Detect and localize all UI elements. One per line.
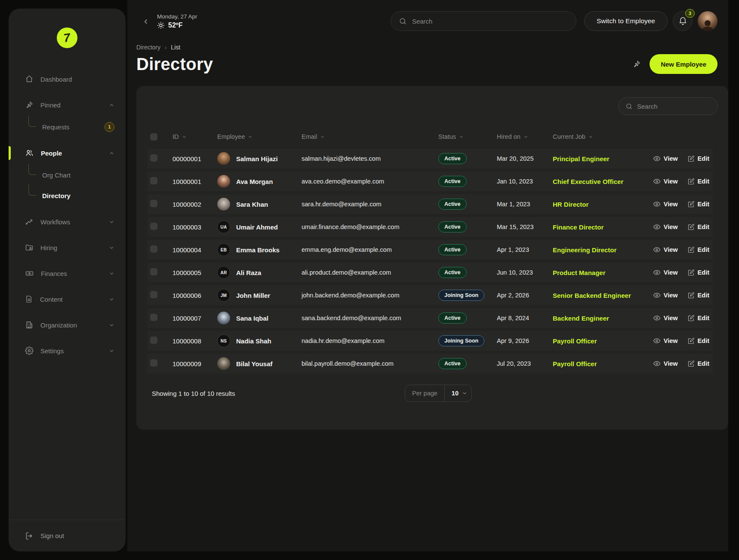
status-badge: Joining Soon [438, 335, 484, 346]
view-button[interactable]: View [653, 223, 678, 231]
table-row[interactable]: 10000008 NS Nadia Shah nadia.hr.demo@exa… [148, 331, 713, 351]
table-row[interactable]: 10000005 AR Ali Raza ali.product.demo@ex… [148, 263, 713, 282]
view-button[interactable]: View [653, 155, 678, 162]
table-row[interactable]: 10000001 Ava Morgan ava.ceo.demo@example… [148, 171, 713, 191]
topbar: ‹ Monday, 27 Apr 52ºF Switch to Employee [136, 0, 728, 31]
employee-name: Ava Morgan [236, 178, 273, 185]
switch-to-employee-button[interactable]: Switch to Employee [584, 11, 668, 31]
row-checkbox[interactable] [150, 314, 157, 321]
global-search-input[interactable] [412, 18, 568, 25]
sun-icon [157, 21, 165, 29]
view-button[interactable]: View [653, 177, 678, 185]
sort-chevron-icon [523, 135, 528, 139]
sidebar-item-directory[interactable]: Directory [9, 188, 126, 203]
gear-icon [25, 346, 34, 355]
employee-avatar [217, 357, 230, 370]
row-checkbox[interactable] [150, 337, 157, 344]
results-summary: Showing 1 to 10 of 10 results [152, 390, 235, 397]
table-search-input[interactable] [637, 103, 711, 110]
global-search[interactable] [391, 11, 576, 31]
row-checkbox[interactable] [150, 268, 157, 275]
table-search[interactable] [618, 97, 718, 115]
sidebar-item-finances[interactable]: Finances [9, 266, 126, 281]
table-row[interactable]: 00000001 Salman Hijazi salman.hijazi@dev… [148, 149, 713, 168]
edit-button[interactable]: Edit [687, 291, 709, 299]
chevron-down-icon [109, 271, 114, 276]
view-button[interactable]: View [653, 246, 678, 254]
row-checkbox[interactable] [150, 223, 157, 230]
sort-chevron-icon [182, 135, 187, 139]
sidebar-item-hiring[interactable]: Hiring [9, 240, 126, 255]
per-page-select[interactable]: Per page 10 [405, 385, 472, 402]
sidebar-item-org-chart[interactable]: Org Chart [9, 168, 126, 182]
view-button[interactable]: View [653, 200, 678, 208]
table-row[interactable]: 10000009 Bilal Yousaf bilal.payroll.demo… [148, 354, 713, 373]
tree-line [28, 164, 36, 175]
employee-name: John Miller [236, 292, 270, 299]
row-checkbox[interactable] [150, 200, 157, 207]
sidebar-item-settings[interactable]: Settings [9, 343, 126, 358]
edit-button[interactable]: Edit [687, 314, 709, 322]
sidebar-item-content[interactable]: Content [9, 291, 126, 307]
table-row[interactable]: 10000004 EB Emma Brooks emma.eng.demo@ex… [148, 240, 713, 260]
edit-button[interactable]: Edit [687, 360, 709, 367]
sidebar-item-organization[interactable]: Organization [9, 317, 126, 333]
edit-button[interactable]: Edit [687, 246, 709, 254]
sign-out-button[interactable]: Sign out [9, 520, 126, 551]
workflow-icon [25, 217, 34, 226]
sidebar-item-workflows[interactable]: Workflows [9, 214, 126, 230]
new-employee-button[interactable]: New Employee [650, 54, 717, 74]
employee-email: bilal.payroll.demo@example.com [302, 360, 438, 367]
column-header-status[interactable]: Status [438, 133, 497, 140]
sidebar-item-requests[interactable]: Requests 1 [9, 119, 126, 134]
row-checkbox[interactable] [150, 245, 157, 253]
edit-icon [687, 223, 695, 231]
edit-button[interactable]: Edit [687, 177, 709, 185]
employee-name: Salman Hijazi [236, 155, 278, 162]
breadcrumb-parent[interactable]: Directory [136, 44, 160, 51]
edit-button[interactable]: Edit [687, 200, 709, 208]
column-header-email[interactable]: Email [302, 133, 438, 140]
row-checkbox[interactable] [150, 359, 157, 367]
sidebar-item-people[interactable]: People [9, 145, 126, 161]
notifications-button[interactable]: 3 [673, 11, 693, 31]
view-button[interactable]: View [653, 291, 678, 299]
row-checkbox[interactable] [150, 154, 157, 162]
select-all-checkbox[interactable] [150, 133, 157, 141]
table-row[interactable]: 10000006 JM John Miller john.backend.dem… [148, 285, 713, 305]
back-button[interactable]: ‹ [141, 14, 151, 28]
employee-id: 10000002 [172, 201, 217, 208]
app-logo[interactable]: 7 [57, 28, 77, 48]
edit-button[interactable]: Edit [687, 223, 709, 231]
row-checkbox[interactable] [150, 177, 157, 184]
table-row[interactable]: 10000003 UA Umair Ahmed umair.finance.de… [148, 217, 713, 237]
table-row[interactable]: 10000002 Sara Khan sara.hr.demo@example.… [148, 194, 713, 214]
column-header-current-job[interactable]: Current Job [553, 133, 650, 140]
sidebar-item-pinned[interactable]: Pinned [9, 97, 126, 113]
view-button[interactable]: View [653, 269, 678, 276]
edit-button[interactable]: Edit [687, 269, 709, 276]
sidebar: 7 Dashboard Pinned Requests 1 [9, 9, 126, 551]
hired-on: Jun 10, 2023 [497, 269, 553, 276]
view-button[interactable]: View [653, 360, 678, 367]
edit-button[interactable]: Edit [687, 155, 709, 162]
user-avatar[interactable] [698, 11, 717, 31]
main-area: ‹ Monday, 27 Apr 52ºF Switch to Employee [127, 0, 728, 551]
row-checkbox[interactable] [150, 291, 157, 298]
view-button[interactable]: View [653, 337, 678, 345]
column-header-id[interactable]: ID [172, 133, 217, 140]
sidebar-item-dashboard[interactable]: Dashboard [9, 71, 126, 87]
banknote-icon [25, 269, 34, 278]
column-header-hired-on[interactable]: Hired on [497, 133, 553, 140]
employee-name: Sara Khan [236, 201, 268, 208]
pin-page-icon[interactable] [630, 57, 644, 71]
status-badge: Active [438, 267, 467, 278]
column-header-employee[interactable]: Employee [217, 133, 302, 140]
table-row[interactable]: 10000007 Sana Iqbal sana.backend.demo@ex… [148, 308, 713, 328]
employee-email: emma.eng.demo@example.com [302, 246, 438, 253]
view-button[interactable]: View [653, 314, 678, 322]
edit-button[interactable]: Edit [687, 337, 709, 345]
hired-on: Apr 8, 2024 [497, 315, 553, 321]
hiring-folder-icon [25, 243, 34, 252]
employee-id: 10000009 [172, 360, 217, 367]
